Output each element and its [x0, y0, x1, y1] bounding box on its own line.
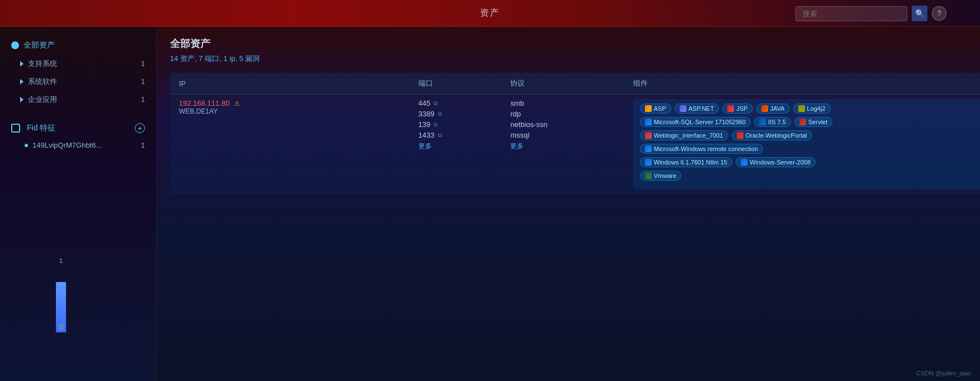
subtitle-text4: 漏洞 [245, 54, 260, 63]
sidebar-item-syssoftware-count: 1 [141, 78, 145, 86]
sidebar: 全部资产 支持系统 1 系统软件 1 企业应用 1 [0, 27, 157, 381]
more-protocols-link[interactable]: 更多 [510, 142, 615, 151]
java-icon [761, 105, 768, 112]
fid-header: Fid 特征 + [11, 123, 145, 133]
mssql-icon [645, 119, 652, 125]
tag-aspnet-label: ASP.NET [689, 105, 714, 112]
copy-icon-445[interactable]: ⧉ [434, 100, 437, 107]
tag-iis[interactable]: IIS 7.5 [754, 117, 791, 127]
vuln-count: 5 [239, 54, 243, 63]
port-139[interactable]: 139 [418, 120, 431, 129]
port-row-3389: 3389 ⧉ [418, 110, 493, 118]
expand-icon [20, 61, 23, 67]
table-header-row: IP 端口 协议 组件 [170, 73, 980, 95]
copy-icon-139[interactable]: ⧉ [434, 121, 437, 128]
port-1433[interactable]: 1433 [418, 131, 435, 139]
tag-oracle-weblogic[interactable]: Oracle-WeblogicPortal [732, 130, 812, 140]
fid-sub-count: 1 [141, 142, 145, 149]
tag-row-2: Microsoft-SQL-Server 171052960 IIS 7.5 S… [640, 117, 980, 127]
tag-jsp-label: JSP [736, 105, 747, 112]
fid-dot-icon [25, 144, 28, 147]
tag-weblogic-label: Weblogic_interface_7001 [654, 132, 723, 139]
copy-icon-1433[interactable]: ⧉ [438, 132, 442, 139]
tag-vmware-label: Vmware [654, 172, 676, 179]
port-row-139: 139 ⧉ [418, 120, 493, 129]
proto-rdp: rdp [510, 110, 615, 118]
help-button[interactable]: ? [932, 6, 946, 21]
proto-netbios: netbios-ssn [510, 120, 615, 129]
ip-cell: 192.168.111.80 ⚠ WEB,DE1AY [170, 95, 409, 194]
tag-java[interactable]: JAVA [756, 104, 790, 114]
tag-mssql-label: Microsoft-SQL-Server 171052960 [654, 119, 746, 125]
tag-servlet[interactable]: Servlet [794, 117, 832, 127]
tag-aspnet[interactable]: ASP.NET [675, 104, 719, 114]
jsp-icon [727, 105, 734, 112]
table-row: 192.168.111.80 ⚠ WEB,DE1AY 445 ⧉ 3389 ⧉ [170, 95, 980, 194]
windows-icon [645, 159, 652, 166]
main-content: IP 产品 厂商 全部资产 14 资产, 7 端口, 1 ip, 5 漏洞 IP… [157, 27, 980, 204]
search-input[interactable] [795, 6, 907, 21]
ip-address[interactable]: 192.168.111.80 [179, 99, 229, 107]
port-row-1433: 1433 ⧉ [418, 131, 493, 139]
asset-count: 14 [170, 54, 178, 63]
tag-log4j[interactable]: Log4j2 [793, 104, 831, 114]
col-port: 端口 [409, 73, 502, 95]
all-assets-section: 全部资产 支持系统 1 系统软件 1 企业应用 1 [0, 32, 156, 112]
fid-add-button[interactable]: + [135, 123, 145, 133]
all-assets-icon [11, 41, 19, 49]
oracle-weblogic-icon [737, 132, 743, 139]
tag-row-3: Weblogic_interface_7001 Oracle-WeblogicP… [640, 130, 980, 140]
tag-weblogic[interactable]: Weblogic_interface_7001 [640, 130, 728, 140]
ip-label: WEB,DE1AY [179, 107, 401, 115]
ip-count: 1 [223, 54, 227, 63]
sidebar-item-support[interactable]: 支持系统 1 [0, 55, 156, 73]
servlet-icon [799, 119, 806, 125]
expand-icon [20, 97, 23, 102]
tag-msremote[interactable]: Microsoft-Windows remote connection [640, 144, 763, 154]
tag-mssql[interactable]: Microsoft-SQL-Server 171052960 [640, 117, 751, 127]
sidebar-item-all-assets[interactable]: 全部资产 [0, 36, 156, 55]
winserver-icon [741, 159, 747, 166]
all-assets-label: 全部资产 [23, 40, 55, 50]
fid-section: Fid 特征 + 149LvipQrM7Ghbt6... 1 [0, 123, 156, 153]
proto-smb: smb [510, 99, 615, 107]
page-title: 全部资产 [170, 37, 980, 50]
tag-windows[interactable]: Windows 6.1.7601 Ntlm 15 [640, 157, 732, 167]
app-title: 资产 [480, 7, 500, 19]
weblogic-icon [645, 132, 652, 139]
page-subtitle: 14 资产, 7 端口, 1 ip, 5 漏洞 [170, 54, 980, 64]
sidebar-item-enterprise[interactable]: 企业应用 1 [0, 91, 156, 109]
tag-windows-label: Windows 6.1.7601 Ntlm 15 [654, 159, 727, 166]
iis-icon [759, 119, 766, 125]
tag-row-6: Vmware [640, 171, 980, 181]
sidebar-item-syssoftware-label: 系统软件 [28, 77, 57, 87]
more-ports-link[interactable]: 更多 [418, 142, 493, 151]
col-protocol: 协议 [501, 73, 624, 95]
chart-x-label: 虚拟化 [57, 335, 65, 336]
tag-jsp[interactable]: JSP [722, 104, 752, 114]
tag-row-5: Windows 6.1.7601 Ntlm 15 Windows-Server-… [640, 157, 980, 167]
components-cell: ASP ASP.NET JSP [624, 95, 980, 194]
sidebar-item-syssoftware[interactable]: 系统软件 1 [0, 73, 156, 91]
tag-asp[interactable]: ASP [640, 104, 671, 114]
fid-sub-item[interactable]: 149LvipQrM7Ghbt6... 1 [11, 138, 145, 153]
tag-msremote-label: Microsoft-Windows remote connection [654, 145, 758, 152]
fid-label: Fid 特征 [27, 123, 55, 133]
tag-vmware[interactable]: Vmware [640, 171, 681, 181]
subtitle-text3: ip, [229, 54, 239, 63]
ports-cell: 445 ⧉ 3389 ⧉ 139 ⧉ 1433 ⧉ 更多 [409, 95, 502, 194]
port-3389[interactable]: 3389 [418, 110, 435, 118]
chart-area: 1 虚拟化 [56, 257, 66, 336]
tag-winserver[interactable]: Windows-Server-2008 [736, 157, 816, 167]
copy-icon-3389[interactable]: ⧉ [438, 111, 442, 117]
sidebar-item-support-label: 支持系统 [28, 59, 57, 69]
bar-chart [56, 265, 66, 332]
tag-log4j-label: Log4j2 [807, 105, 826, 112]
search-button[interactable]: 🔍 [912, 6, 927, 21]
sidebar-item-enterprise-label: 企业应用 [28, 95, 57, 105]
proto-mssql: mssql [510, 131, 615, 139]
tag-servlet-label: Servlet [808, 119, 827, 125]
components-block: ASP ASP.NET JSP [633, 99, 980, 189]
port-445[interactable]: 445 [418, 99, 431, 107]
topbar: 资产 🔍 ? [0, 0, 980, 27]
